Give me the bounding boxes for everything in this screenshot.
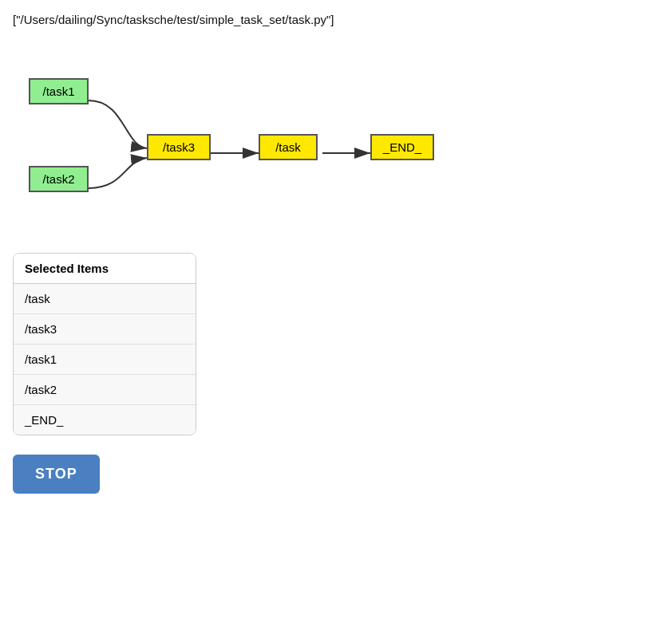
node-task3[interactable]: /task3	[147, 134, 211, 160]
stop-button[interactable]: STOP	[13, 455, 100, 494]
node-task2[interactable]: /task2	[29, 166, 89, 192]
selected-items-heading: Selected Items	[14, 254, 196, 284]
list-item: /task2	[14, 375, 196, 405]
node-task1[interactable]: /task1	[29, 78, 89, 104]
list-item: _END_	[14, 405, 196, 435]
list-item: /task3	[14, 314, 196, 345]
list-item: /task	[14, 284, 196, 314]
selected-items-panel: Selected Items /task /task3 /task1 /task…	[13, 253, 196, 435]
dag-diagram: /task1 /task2 /task3 /task _END_	[13, 42, 532, 234]
node-end[interactable]: _END_	[370, 134, 434, 160]
node-task[interactable]: /task	[259, 134, 318, 160]
list-item: /task1	[14, 345, 196, 375]
file-path-header: ["/Users/dailing/Sync/tasksche/test/simp…	[13, 13, 659, 26]
